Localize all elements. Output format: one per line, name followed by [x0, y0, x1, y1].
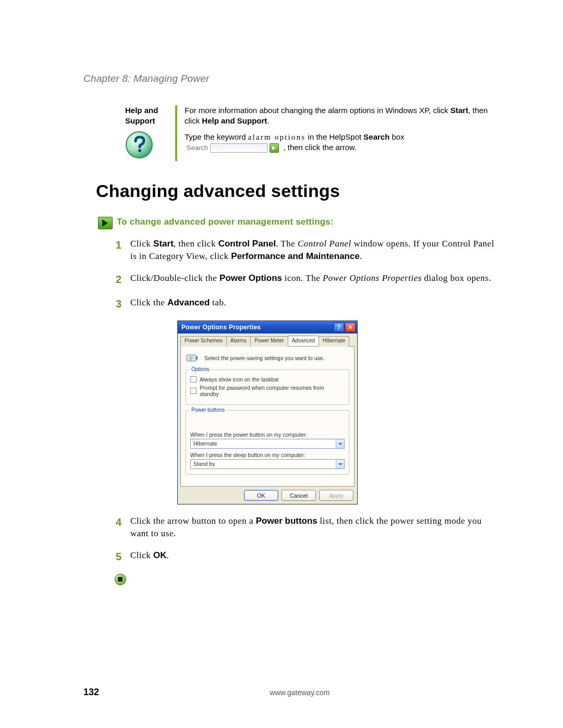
svg-rect-3: [196, 356, 198, 360]
power-button-label: When I press the power button on my comp…: [190, 431, 345, 438]
t: icon. The: [282, 273, 323, 283]
t: Type the keyword: [185, 132, 248, 141]
titlebar-close-button[interactable]: ×: [345, 323, 356, 332]
chevron-down-icon: [336, 439, 344, 448]
step-number: 5: [116, 549, 130, 564]
t: . The: [276, 239, 298, 249]
help-text: For more information about changing the …: [177, 105, 500, 161]
search-go-button[interactable]: [270, 143, 279, 153]
step-number: 3: [116, 297, 130, 311]
task-title: To change advanced power management sett…: [117, 217, 334, 227]
t: , then click: [174, 239, 218, 249]
t: Start: [450, 106, 468, 115]
t: .: [167, 550, 169, 560]
power-buttons-group: Power buttons When I press the power but…: [186, 410, 349, 475]
t: box: [389, 132, 404, 141]
steps-list: 1 Click Start, then click Control Panel.…: [116, 238, 500, 311]
t: Power buttons: [256, 516, 317, 526]
titlebar-help-button[interactable]: ?: [334, 323, 344, 332]
step-number: 2: [116, 272, 130, 287]
t: Click the arrow button to open a: [130, 516, 256, 526]
t: OK: [153, 550, 167, 560]
page-number: 132: [83, 687, 99, 698]
t: Power Options: [219, 273, 282, 283]
cancel-button[interactable]: Cancel: [282, 490, 316, 501]
t: .: [267, 116, 269, 125]
sleep-button-label: When I press the sleep button on my comp…: [190, 452, 345, 458]
t: Click the: [130, 298, 167, 307]
checkbox-label: Always show icon on the taskbar: [200, 376, 279, 382]
task-header: To change advanced power management sett…: [98, 217, 500, 229]
t: in the HelpSpot: [305, 132, 363, 141]
keyword: alarm options: [248, 133, 306, 141]
t: Performance and Maintenance: [231, 251, 360, 261]
help-question-icon: [125, 131, 171, 161]
t: Start: [153, 239, 174, 249]
dropdown-value: Stand by: [191, 460, 336, 468]
t: .: [360, 251, 362, 261]
step-2: 2 Click/Double-click the Power Options i…: [116, 272, 500, 287]
t: Click: [130, 239, 153, 249]
power-options-dialog: Power Options Properties ? × Power Schem…: [177, 320, 358, 504]
steps-list-cont: 4 Click the arrow button to open a Power…: [116, 515, 500, 564]
checkbox-prompt-password[interactable]: Prompt for password when computer resume…: [190, 385, 345, 397]
ok-button[interactable]: OK: [244, 490, 278, 501]
sleep-button-dropdown[interactable]: Stand by: [190, 459, 345, 469]
t: Search: [363, 132, 389, 141]
dropdown-value: Hibernate: [191, 439, 336, 448]
tab-hibernate[interactable]: Hibernate: [319, 336, 349, 347]
help-support-block: Help and Support: [125, 105, 500, 161]
battery-icon: [186, 352, 200, 364]
play-icon: [98, 217, 113, 229]
tab-alarms[interactable]: Alarms: [226, 336, 251, 347]
step-number: 1: [116, 238, 130, 252]
checkbox-label: Prompt for password when computer resume…: [200, 385, 345, 397]
search-label: Search: [187, 143, 208, 153]
dialog-title: Power Options Properties: [181, 324, 261, 331]
t: , then click the arrow.: [283, 143, 357, 152]
t: Help and Support: [202, 116, 267, 125]
search-input[interactable]: [210, 143, 267, 153]
options-legend: Options: [190, 366, 211, 372]
help-label-line2: Support: [125, 116, 171, 126]
t: Control Panel: [298, 239, 351, 249]
dialog-titlebar: Power Options Properties ? ×: [178, 321, 357, 334]
footer-url: www.gateway.com: [99, 688, 500, 697]
power-buttons-legend: Power buttons: [190, 407, 226, 413]
section-heading: Changing advanced settings: [96, 181, 500, 201]
t: Click: [130, 550, 153, 560]
help-left-column: Help and Support: [125, 105, 177, 161]
step-1: 1 Click Start, then click Control Panel.…: [116, 238, 500, 263]
t: tab.: [210, 298, 226, 307]
svg-point-1: [138, 149, 141, 152]
checkbox-show-icon[interactable]: Always show icon on the taskbar: [190, 376, 345, 382]
chevron-down-icon: [336, 460, 344, 468]
help-label-line1: Help and: [125, 105, 171, 116]
options-group: Options Always show icon on the taskbar …: [186, 369, 349, 405]
dialog-figure: Power Options Properties ? × Power Schem…: [177, 320, 500, 504]
panel-header-text: Select the power-saving settings you wan…: [204, 355, 325, 361]
checkbox-icon: [190, 388, 197, 394]
tab-strip: Power Schemes Alarms Power Meter Advance…: [180, 336, 354, 347]
chapter-title: Chapter 8: Managing Power: [83, 73, 500, 84]
t: Click/Double-click the: [130, 273, 219, 283]
t: Power Options Properties: [323, 273, 422, 283]
t: For more information about changing the …: [185, 106, 450, 115]
page-footer: 132 www.gateway.com: [83, 687, 500, 698]
tab-power-meter[interactable]: Power Meter: [250, 336, 288, 347]
step-3: 3 Click the Advanced tab.: [116, 297, 500, 311]
end-of-procedure-icon: [115, 574, 126, 585]
step-5: 5 Click OK.: [116, 549, 500, 564]
apply-button[interactable]: Apply: [319, 490, 353, 501]
tab-power-schemes[interactable]: Power Schemes: [180, 336, 227, 347]
t: Control Panel: [218, 239, 276, 249]
tab-advanced[interactable]: Advanced: [288, 336, 319, 346]
step-4: 4 Click the arrow button to open a Power…: [116, 515, 500, 540]
power-button-dropdown[interactable]: Hibernate: [190, 439, 345, 449]
checkbox-icon: [190, 376, 197, 382]
helpspot-search-widget: Search: [187, 143, 279, 153]
step-number: 4: [116, 515, 130, 529]
tab-panel-advanced: Select the power-saving settings you wan…: [180, 347, 354, 487]
t: Advanced: [167, 298, 210, 307]
t: dialog box opens.: [422, 273, 492, 283]
